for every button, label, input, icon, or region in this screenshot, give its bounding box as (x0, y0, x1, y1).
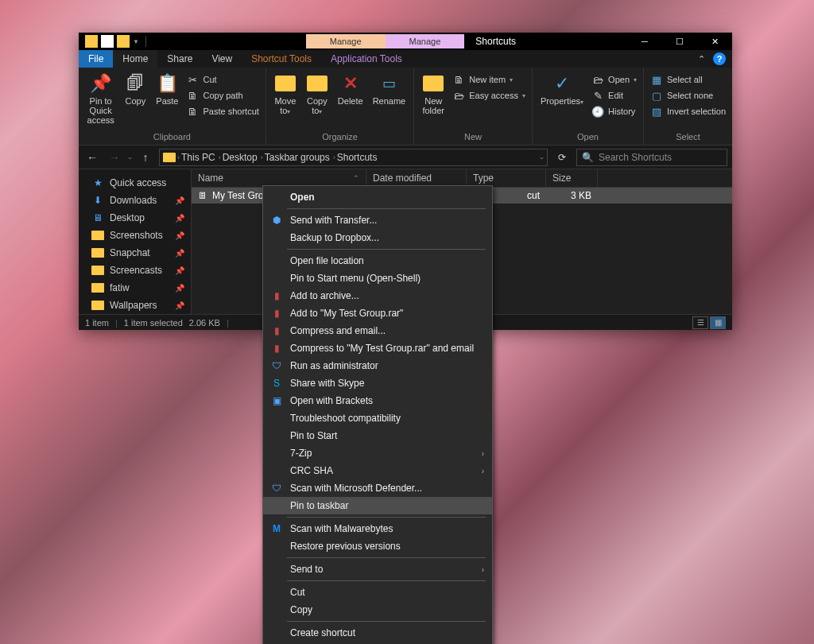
chevron-down-icon[interactable]: ⌵ (540, 153, 544, 161)
cm-open[interactable]: Open (263, 188, 492, 206)
breadcrumb[interactable]: › This PC› Desktop› Taskbar groups› Shor… (159, 149, 548, 166)
tab-home[interactable]: Home (113, 50, 157, 68)
select-none-button[interactable]: ▢Select none (649, 88, 727, 103)
back-button[interactable]: ← (83, 149, 101, 166)
cm-open-brackets[interactable]: ▣Open with Brackets (263, 392, 492, 409)
crumb-shortcuts[interactable]: Shortcuts (337, 152, 378, 163)
history-dropdown[interactable]: ⌵ (128, 153, 132, 161)
copy-to-button[interactable]: Copy to▾ (303, 71, 331, 118)
edit-button[interactable]: ✎Edit (590, 88, 638, 103)
open-button[interactable]: 🗁Open▾ (590, 72, 638, 87)
chevron-right-icon: › (482, 467, 484, 475)
tab-file[interactable]: File (79, 50, 113, 68)
nav-screenshots[interactable]: Screenshots📌 (79, 227, 191, 244)
copy-button[interactable]: 🗐Copy (121, 71, 149, 107)
folder-icon (85, 35, 98, 48)
move-to-button[interactable]: Move to▾ (271, 71, 300, 118)
cm-copy[interactable]: Copy (263, 601, 492, 619)
nav-quick-access[interactable]: ★Quick access (79, 174, 191, 192)
history-button[interactable]: 🕘History (590, 104, 638, 118)
pin-to-quick-button[interactable]: 📌Pin to Quick access (83, 71, 118, 126)
qat-item[interactable] (101, 35, 114, 48)
select-none-icon: ▢ (650, 89, 663, 102)
invert-selection-button[interactable]: ▨Invert selection (649, 104, 727, 118)
nav-screencasts[interactable]: Screencasts📌 (79, 262, 191, 279)
col-name[interactable]: Name⌃ (192, 169, 366, 187)
properties-button[interactable]: ✓Properties▾ (537, 71, 587, 109)
refresh-button[interactable]: ⟳ (552, 152, 572, 163)
cm-run-admin[interactable]: 🛡Run as administrator (263, 357, 492, 374)
tab-application-tools[interactable]: Application Tools (321, 50, 412, 68)
cm-crc-sha[interactable]: CRC SHA› (263, 462, 492, 479)
nav-desktop[interactable]: 🖥Desktop📌 (79, 209, 191, 227)
view-icons-button[interactable]: ▦ (710, 316, 726, 329)
delete-icon: ✕ (339, 72, 362, 95)
crumb-taskbar-groups[interactable]: Taskbar groups› (265, 152, 335, 163)
tab-share[interactable]: Share (157, 50, 202, 68)
nav-downloads[interactable]: ⬇Downloads📌 (79, 192, 191, 209)
cm-compress-rar-email[interactable]: ▮Compress to "My Test Group.rar" and ema… (263, 339, 492, 357)
tab-shortcut-tools[interactable]: Shortcut Tools (242, 50, 321, 68)
cm-add-archive[interactable]: ▮Add to archive... (263, 287, 492, 305)
search-input[interactable]: 🔍 Search Shortcuts (576, 149, 727, 166)
nav-fatiw[interactable]: fatiw📌 (79, 279, 191, 297)
cm-restore-versions[interactable]: Restore previous versions (263, 537, 492, 555)
cm-pin-start-os[interactable]: Pin to Start menu (Open-Shell) (263, 270, 492, 287)
view-details-button[interactable]: ☰ (692, 316, 708, 329)
paste-button[interactable]: 📋Paste (153, 71, 181, 107)
chevron-up-icon[interactable]: ⌃ (698, 54, 705, 64)
cm-backup-dropbox[interactable]: Backup to Dropbox... (263, 229, 492, 246)
qat-item[interactable] (117, 35, 130, 48)
minimize-button[interactable]: ─ (627, 33, 662, 50)
sort-icon: ⌃ (353, 174, 359, 182)
forward-button[interactable]: → (106, 149, 123, 166)
tab-view[interactable]: View (202, 50, 242, 68)
col-size[interactable]: Size (546, 169, 598, 187)
cm-troubleshoot[interactable]: Troubleshoot compatibility (263, 409, 492, 427)
group-open: ✓Properties▾ 🗁Open▾ ✎Edit 🕘History Open (533, 68, 644, 145)
cm-pin-start[interactable]: Pin to Start (263, 427, 492, 444)
cm-cut[interactable]: Cut (263, 584, 492, 601)
up-button[interactable]: ↑ (137, 149, 154, 166)
crumb-this-pc[interactable]: This PC› (181, 152, 221, 163)
group-clipboard: 📌Pin to Quick access 🗐Copy 📋Paste ✂Cut 🗎… (79, 68, 266, 145)
delete-button[interactable]: ✕Delete (335, 71, 366, 107)
crumb-desktop[interactable]: Desktop› (223, 152, 263, 163)
cut-button[interactable]: ✂Cut (185, 72, 261, 87)
select-all-icon: ▦ (650, 73, 663, 86)
cm-scan-defender[interactable]: 🛡Scan with Microsoft Defender... (263, 479, 492, 497)
new-item-button[interactable]: 🗎New item▾ (451, 72, 527, 87)
nav-wallpapers[interactable]: Wallpapers📌 (79, 297, 191, 314)
nav-snapchat[interactable]: Snapchat📌 (79, 244, 191, 262)
cm-open-location[interactable]: Open file location (263, 252, 492, 270)
desktop-icon: 🖥 (91, 211, 104, 224)
cm-create-shortcut[interactable]: Create shortcut (263, 624, 492, 642)
cm-send-transfer[interactable]: ⬢Send with Transfer... (263, 211, 492, 229)
cm-add-rar[interactable]: ▮Add to "My Test Group.rar" (263, 305, 492, 322)
shortcut-icon: 🗏 (198, 190, 207, 201)
help-button[interactable]: ? (713, 52, 726, 65)
cm-scan-malwarebytes[interactable]: MScan with Malwarebytes (263, 520, 492, 537)
navigation-pane[interactable]: ★Quick access ⬇Downloads📌 🖥Desktop📌 Scre… (79, 169, 192, 314)
group-organize: Move to▾ Copy to▾ ✕Delete ▭Rename Organi… (266, 68, 414, 145)
maximize-button[interactable]: ☐ (662, 33, 697, 50)
rename-button[interactable]: ▭Rename (370, 71, 409, 107)
cm-7zip[interactable]: 7-Zip› (263, 444, 492, 462)
chevron-down-icon[interactable]: ▼ (133, 38, 139, 45)
easy-access-button[interactable]: 🗁Easy access▾ (451, 88, 527, 103)
shortcut-icon: 🗎 (187, 105, 200, 118)
cm-send-to[interactable]: Send to› (263, 561, 492, 578)
cm-compress-email[interactable]: ▮Compress and email... (263, 322, 492, 339)
col-type[interactable]: Type (467, 169, 546, 187)
cm-pin-taskbar[interactable]: Pin to taskbar (263, 497, 492, 514)
titlebar: ▼ Manage Manage Shortcuts ─ ☐ ✕ (79, 33, 732, 50)
close-button[interactable]: ✕ (697, 33, 732, 50)
cut-icon: ✂ (187, 73, 200, 86)
new-folder-button[interactable]: New folder (419, 71, 448, 117)
col-date[interactable]: Date modified (366, 169, 467, 187)
select-all-button[interactable]: ▦Select all (649, 72, 727, 87)
copy-path-button[interactable]: 🗎Copy path (185, 88, 261, 103)
pin-icon: 📌 (175, 231, 184, 240)
paste-shortcut-button[interactable]: 🗎Paste shortcut (185, 104, 261, 118)
cm-share-skype[interactable]: SShare with Skype (263, 374, 492, 392)
